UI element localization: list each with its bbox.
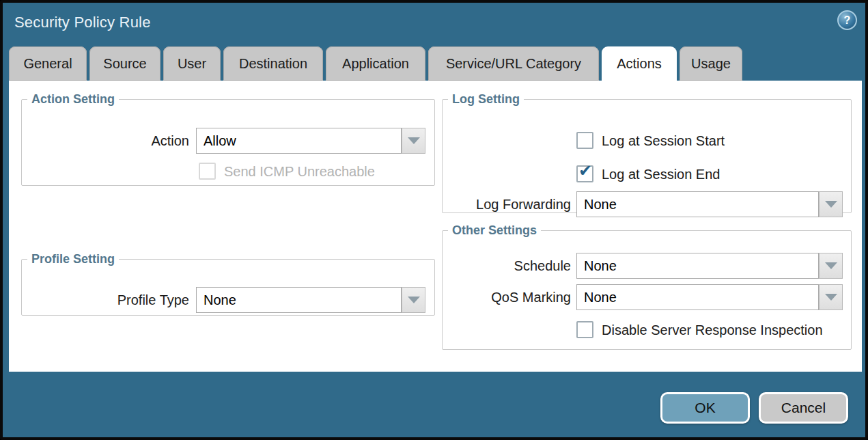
action-dropdown[interactable]: Allow (196, 128, 402, 154)
log-at-session-end-label: Log at Session End (602, 165, 720, 183)
ok-button[interactable]: OK (660, 392, 750, 424)
tab-user[interactable]: User (163, 46, 221, 81)
schedule-dropdown-button[interactable] (819, 253, 843, 279)
action-label: Action (22, 128, 189, 154)
schedule-dropdown[interactable]: None (576, 253, 819, 279)
action-setting-section: Action Setting Action Allow Send ICMP Un… (21, 93, 435, 186)
dropdown-arrow-icon (408, 297, 420, 303)
actions-tab-panel: Action Setting Action Allow Send ICMP Un… (9, 81, 862, 372)
log-setting-legend: Log Setting (448, 93, 524, 105)
log-at-session-start-label: Log at Session Start (602, 132, 725, 150)
dropdown-arrow-icon (825, 201, 837, 208)
tab-service-url-category[interactable]: Service/URL Category (428, 46, 599, 81)
dropdown-arrow-icon (825, 262, 837, 269)
log-setting-section: Log Setting Log at Session Start ✔ Log a… (442, 93, 852, 213)
log-forwarding-label: Log Forwarding (443, 191, 571, 217)
other-settings-legend: Other Settings (448, 224, 541, 236)
profile-type-dropdown[interactable]: None (196, 287, 402, 313)
tab-general[interactable]: General (9, 46, 87, 81)
tab-destination[interactable]: Destination (223, 46, 323, 81)
checkmark-icon: ✔ (578, 163, 592, 179)
send-icmp-unreachable-checkbox[interactable] (199, 163, 216, 180)
tab-source[interactable]: Source (89, 46, 160, 81)
log-at-session-start-checkbox[interactable] (576, 132, 593, 149)
tab-actions[interactable]: Actions (602, 46, 677, 81)
profile-type-label: Profile Type (22, 287, 189, 313)
profile-type-dropdown-button[interactable] (402, 287, 425, 313)
cancel-button[interactable]: Cancel (759, 392, 848, 424)
security-policy-rule-dialog: Security Policy Rule ? General Source Us… (0, 0, 868, 440)
question-mark-icon: ? (844, 14, 851, 27)
dialog-title: Security Policy Rule (14, 14, 151, 31)
log-forwarding-dropdown-button[interactable] (819, 191, 843, 217)
disable-server-response-inspection-label: Disable Server Response Inspection (602, 321, 823, 339)
profile-setting-legend: Profile Setting (27, 253, 119, 265)
schedule-label: Schedule (443, 253, 571, 279)
disable-server-response-inspection-checkbox[interactable] (576, 321, 593, 338)
action-dropdown-button[interactable] (402, 128, 425, 154)
qos-marking-dropdown-button[interactable] (819, 284, 843, 310)
log-at-session-end-checkbox[interactable]: ✔ (576, 165, 593, 182)
tab-bar: General Source User Destination Applicat… (9, 46, 742, 81)
tab-usage[interactable]: Usage (680, 46, 742, 81)
dropdown-arrow-icon (825, 294, 837, 301)
log-forwarding-dropdown[interactable]: None (576, 191, 819, 217)
action-setting-legend: Action Setting (27, 93, 119, 105)
other-settings-section: Other Settings Schedule None QoS Marking… (442, 224, 852, 350)
dropdown-arrow-icon (408, 137, 420, 144)
send-icmp-unreachable-label: Send ICMP Unreachable (224, 163, 375, 180)
help-button[interactable]: ? (837, 10, 857, 30)
qos-marking-label: QoS Marking (443, 284, 571, 310)
tab-application[interactable]: Application (326, 46, 425, 81)
qos-marking-dropdown[interactable]: None (576, 284, 819, 310)
profile-setting-section: Profile Setting Profile Type None (21, 253, 435, 316)
